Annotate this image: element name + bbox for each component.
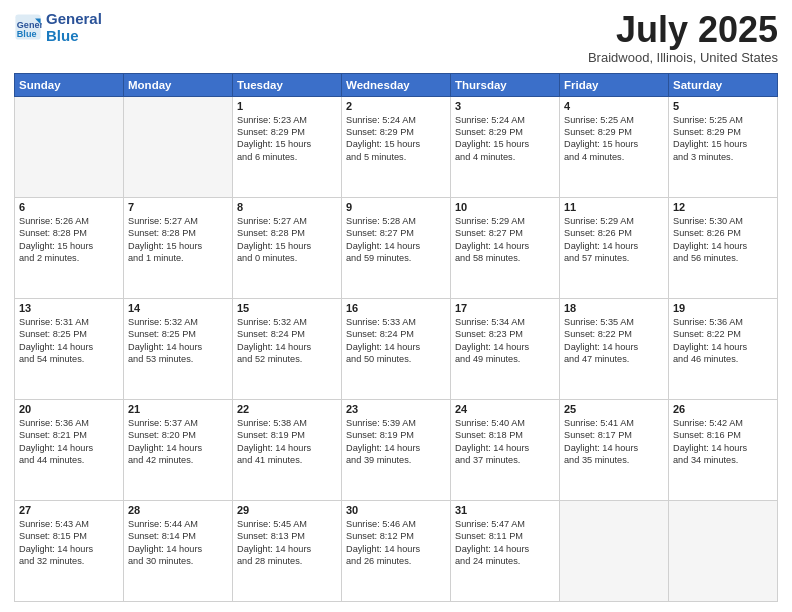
header: General Blue General Blue July 2025 Brai… xyxy=(14,10,778,65)
col-header-monday: Monday xyxy=(124,73,233,96)
calendar-cell: 14Sunrise: 5:32 AMSunset: 8:25 PMDayligh… xyxy=(124,298,233,399)
calendar-cell: 6Sunrise: 5:26 AMSunset: 8:28 PMDaylight… xyxy=(15,197,124,298)
calendar-cell: 21Sunrise: 5:37 AMSunset: 8:20 PMDayligh… xyxy=(124,399,233,500)
day-info: Sunrise: 5:43 AMSunset: 8:15 PMDaylight:… xyxy=(19,518,119,568)
calendar-cell: 16Sunrise: 5:33 AMSunset: 8:24 PMDayligh… xyxy=(342,298,451,399)
calendar-cell: 2Sunrise: 5:24 AMSunset: 8:29 PMDaylight… xyxy=(342,96,451,197)
calendar-cell: 18Sunrise: 5:35 AMSunset: 8:22 PMDayligh… xyxy=(560,298,669,399)
day-info: Sunrise: 5:24 AMSunset: 8:29 PMDaylight:… xyxy=(455,114,555,164)
calendar-cell: 23Sunrise: 5:39 AMSunset: 8:19 PMDayligh… xyxy=(342,399,451,500)
col-header-tuesday: Tuesday xyxy=(233,73,342,96)
calendar-cell: 22Sunrise: 5:38 AMSunset: 8:19 PMDayligh… xyxy=(233,399,342,500)
day-number: 5 xyxy=(673,100,773,112)
calendar-cell: 11Sunrise: 5:29 AMSunset: 8:26 PMDayligh… xyxy=(560,197,669,298)
logo-icon: General Blue xyxy=(14,13,42,41)
calendar-week-4: 20Sunrise: 5:36 AMSunset: 8:21 PMDayligh… xyxy=(15,399,778,500)
calendar-cell: 7Sunrise: 5:27 AMSunset: 8:28 PMDaylight… xyxy=(124,197,233,298)
col-header-friday: Friday xyxy=(560,73,669,96)
day-info: Sunrise: 5:40 AMSunset: 8:18 PMDaylight:… xyxy=(455,417,555,467)
page: General Blue General Blue July 2025 Brai… xyxy=(0,0,792,612)
calendar-cell: 26Sunrise: 5:42 AMSunset: 8:16 PMDayligh… xyxy=(669,399,778,500)
day-info: Sunrise: 5:34 AMSunset: 8:23 PMDaylight:… xyxy=(455,316,555,366)
day-info: Sunrise: 5:26 AMSunset: 8:28 PMDaylight:… xyxy=(19,215,119,265)
location: Braidwood, Illinois, United States xyxy=(588,50,778,65)
day-number: 9 xyxy=(346,201,446,213)
calendar-week-2: 6Sunrise: 5:26 AMSunset: 8:28 PMDaylight… xyxy=(15,197,778,298)
logo: General Blue General Blue xyxy=(14,10,102,45)
day-number: 27 xyxy=(19,504,119,516)
calendar-cell: 4Sunrise: 5:25 AMSunset: 8:29 PMDaylight… xyxy=(560,96,669,197)
day-number: 2 xyxy=(346,100,446,112)
day-info: Sunrise: 5:33 AMSunset: 8:24 PMDaylight:… xyxy=(346,316,446,366)
calendar-week-1: 1Sunrise: 5:23 AMSunset: 8:29 PMDaylight… xyxy=(15,96,778,197)
day-number: 29 xyxy=(237,504,337,516)
day-info: Sunrise: 5:45 AMSunset: 8:13 PMDaylight:… xyxy=(237,518,337,568)
day-number: 18 xyxy=(564,302,664,314)
calendar-cell: 15Sunrise: 5:32 AMSunset: 8:24 PMDayligh… xyxy=(233,298,342,399)
calendar-cell: 9Sunrise: 5:28 AMSunset: 8:27 PMDaylight… xyxy=(342,197,451,298)
day-number: 22 xyxy=(237,403,337,415)
day-info: Sunrise: 5:29 AMSunset: 8:27 PMDaylight:… xyxy=(455,215,555,265)
calendar-cell: 20Sunrise: 5:36 AMSunset: 8:21 PMDayligh… xyxy=(15,399,124,500)
day-info: Sunrise: 5:24 AMSunset: 8:29 PMDaylight:… xyxy=(346,114,446,164)
calendar-cell: 29Sunrise: 5:45 AMSunset: 8:13 PMDayligh… xyxy=(233,500,342,601)
day-number: 12 xyxy=(673,201,773,213)
calendar-cell xyxy=(669,500,778,601)
day-info: Sunrise: 5:27 AMSunset: 8:28 PMDaylight:… xyxy=(128,215,228,265)
day-number: 1 xyxy=(237,100,337,112)
title-block: July 2025 Braidwood, Illinois, United St… xyxy=(588,10,778,65)
calendar-header-row: SundayMondayTuesdayWednesdayThursdayFrid… xyxy=(15,73,778,96)
day-number: 20 xyxy=(19,403,119,415)
calendar-cell xyxy=(15,96,124,197)
calendar-cell: 17Sunrise: 5:34 AMSunset: 8:23 PMDayligh… xyxy=(451,298,560,399)
day-number: 23 xyxy=(346,403,446,415)
col-header-saturday: Saturday xyxy=(669,73,778,96)
day-number: 16 xyxy=(346,302,446,314)
day-number: 28 xyxy=(128,504,228,516)
day-info: Sunrise: 5:27 AMSunset: 8:28 PMDaylight:… xyxy=(237,215,337,265)
day-info: Sunrise: 5:29 AMSunset: 8:26 PMDaylight:… xyxy=(564,215,664,265)
day-info: Sunrise: 5:42 AMSunset: 8:16 PMDaylight:… xyxy=(673,417,773,467)
calendar-cell: 13Sunrise: 5:31 AMSunset: 8:25 PMDayligh… xyxy=(15,298,124,399)
day-number: 14 xyxy=(128,302,228,314)
calendar-cell: 1Sunrise: 5:23 AMSunset: 8:29 PMDaylight… xyxy=(233,96,342,197)
logo-line2: Blue xyxy=(46,27,102,44)
day-info: Sunrise: 5:41 AMSunset: 8:17 PMDaylight:… xyxy=(564,417,664,467)
day-number: 6 xyxy=(19,201,119,213)
day-number: 21 xyxy=(128,403,228,415)
col-header-thursday: Thursday xyxy=(451,73,560,96)
calendar-cell: 5Sunrise: 5:25 AMSunset: 8:29 PMDaylight… xyxy=(669,96,778,197)
day-number: 13 xyxy=(19,302,119,314)
calendar-cell xyxy=(124,96,233,197)
day-info: Sunrise: 5:44 AMSunset: 8:14 PMDaylight:… xyxy=(128,518,228,568)
day-number: 25 xyxy=(564,403,664,415)
day-info: Sunrise: 5:38 AMSunset: 8:19 PMDaylight:… xyxy=(237,417,337,467)
day-info: Sunrise: 5:39 AMSunset: 8:19 PMDaylight:… xyxy=(346,417,446,467)
day-info: Sunrise: 5:36 AMSunset: 8:21 PMDaylight:… xyxy=(19,417,119,467)
day-info: Sunrise: 5:36 AMSunset: 8:22 PMDaylight:… xyxy=(673,316,773,366)
day-number: 19 xyxy=(673,302,773,314)
day-info: Sunrise: 5:31 AMSunset: 8:25 PMDaylight:… xyxy=(19,316,119,366)
day-number: 7 xyxy=(128,201,228,213)
day-number: 17 xyxy=(455,302,555,314)
day-number: 30 xyxy=(346,504,446,516)
month-title: July 2025 xyxy=(588,10,778,50)
calendar-cell: 10Sunrise: 5:29 AMSunset: 8:27 PMDayligh… xyxy=(451,197,560,298)
calendar-cell: 30Sunrise: 5:46 AMSunset: 8:12 PMDayligh… xyxy=(342,500,451,601)
day-info: Sunrise: 5:46 AMSunset: 8:12 PMDaylight:… xyxy=(346,518,446,568)
svg-text:Blue: Blue xyxy=(17,29,37,39)
day-info: Sunrise: 5:37 AMSunset: 8:20 PMDaylight:… xyxy=(128,417,228,467)
day-number: 15 xyxy=(237,302,337,314)
day-info: Sunrise: 5:23 AMSunset: 8:29 PMDaylight:… xyxy=(237,114,337,164)
day-number: 4 xyxy=(564,100,664,112)
day-number: 26 xyxy=(673,403,773,415)
calendar-cell: 12Sunrise: 5:30 AMSunset: 8:26 PMDayligh… xyxy=(669,197,778,298)
calendar-cell: 28Sunrise: 5:44 AMSunset: 8:14 PMDayligh… xyxy=(124,500,233,601)
day-number: 24 xyxy=(455,403,555,415)
calendar-cell: 8Sunrise: 5:27 AMSunset: 8:28 PMDaylight… xyxy=(233,197,342,298)
logo-line1: General xyxy=(46,10,102,27)
day-info: Sunrise: 5:47 AMSunset: 8:11 PMDaylight:… xyxy=(455,518,555,568)
day-info: Sunrise: 5:25 AMSunset: 8:29 PMDaylight:… xyxy=(673,114,773,164)
calendar-cell: 24Sunrise: 5:40 AMSunset: 8:18 PMDayligh… xyxy=(451,399,560,500)
day-info: Sunrise: 5:28 AMSunset: 8:27 PMDaylight:… xyxy=(346,215,446,265)
